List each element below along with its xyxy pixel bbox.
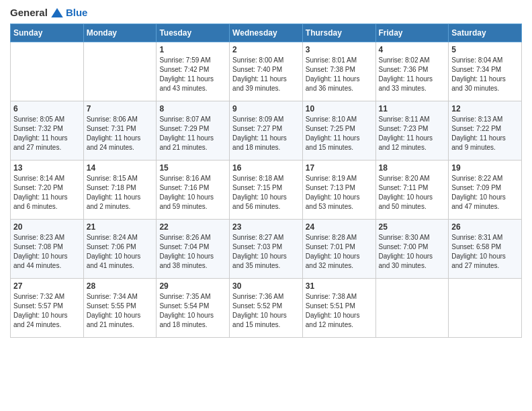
- daylight-text: Daylight: 10 hours and 59 minutes.: [159, 193, 226, 212]
- calendar-cell: 22Sunrise: 8:26 AMSunset: 7:04 PMDayligh…: [157, 220, 230, 279]
- day-info: Sunrise: 7:36 AMSunset: 5:52 PMDaylight:…: [232, 292, 300, 330]
- sunset-text: Sunset: 7:32 PM: [13, 124, 81, 134]
- day-info: Sunrise: 8:14 AMSunset: 7:20 PMDaylight:…: [13, 174, 81, 212]
- day-info: Sunrise: 8:09 AMSunset: 7:27 PMDaylight:…: [232, 115, 300, 152]
- daylight-text: Daylight: 10 hours and 32 minutes.: [306, 252, 373, 271]
- sunset-text: Sunset: 7:03 PM: [232, 242, 300, 252]
- sunrise-text: Sunrise: 8:16 AM: [159, 174, 226, 183]
- sunrise-text: Sunrise: 8:28 AM: [306, 233, 373, 242]
- calendar-week-2: 6Sunrise: 8:05 AMSunset: 7:32 PMDaylight…: [11, 101, 522, 161]
- sunset-text: Sunset: 7:15 PM: [232, 183, 300, 193]
- day-info: Sunrise: 8:20 AMSunset: 7:11 PMDaylight:…: [379, 174, 446, 212]
- day-number: 13: [13, 163, 81, 173]
- weekday-header-wednesday: Wednesday: [230, 24, 303, 42]
- day-info: Sunrise: 8:26 AMSunset: 7:04 PMDaylight:…: [159, 233, 226, 271]
- sunrise-text: Sunrise: 8:00 AM: [232, 56, 300, 65]
- day-number: 23: [232, 222, 300, 232]
- sunrise-text: Sunrise: 8:05 AM: [13, 115, 81, 124]
- calendar-cell: [83, 42, 157, 101]
- daylight-text: Daylight: 10 hours and 21 minutes.: [87, 311, 154, 330]
- day-number: 12: [451, 104, 519, 113]
- daylight-text: Daylight: 11 hours and 36 minutes.: [306, 75, 373, 93]
- sunrise-text: Sunrise: 7:34 AM: [87, 292, 154, 302]
- sunrise-text: Sunrise: 8:20 AM: [379, 174, 446, 183]
- daylight-text: Daylight: 11 hours and 6 minutes.: [13, 193, 81, 212]
- sunrise-text: Sunrise: 8:24 AM: [87, 233, 154, 242]
- weekday-header-monday: Monday: [83, 24, 157, 42]
- daylight-text: Daylight: 10 hours and 18 minutes.: [159, 311, 226, 330]
- sunset-text: Sunset: 7:29 PM: [159, 124, 226, 134]
- day-number: 18: [379, 163, 446, 173]
- day-info: Sunrise: 8:00 AMSunset: 7:40 PMDaylight:…: [232, 56, 300, 93]
- sunset-text: Sunset: 7:40 PM: [232, 65, 300, 75]
- sunset-text: Sunset: 7:18 PM: [87, 183, 154, 193]
- sunrise-text: Sunrise: 8:30 AM: [379, 233, 446, 242]
- day-info: Sunrise: 7:32 AMSunset: 5:57 PMDaylight:…: [13, 292, 81, 330]
- daylight-text: Daylight: 11 hours and 24 minutes.: [87, 134, 154, 152]
- calendar-cell: 20Sunrise: 8:23 AMSunset: 7:08 PMDayligh…: [11, 220, 84, 279]
- calendar-cell: 14Sunrise: 8:15 AMSunset: 7:18 PMDayligh…: [83, 161, 157, 220]
- day-info: Sunrise: 8:06 AMSunset: 7:31 PMDaylight:…: [87, 115, 154, 152]
- daylight-text: Daylight: 10 hours and 12 minutes.: [306, 311, 373, 330]
- sunset-text: Sunset: 7:42 PM: [159, 65, 226, 75]
- sunset-text: Sunset: 7:09 PM: [451, 183, 519, 193]
- day-number: 3: [306, 45, 373, 54]
- sunset-text: Sunset: 7:08 PM: [13, 242, 81, 252]
- sunrise-text: Sunrise: 8:06 AM: [87, 115, 154, 124]
- calendar-cell: 5Sunrise: 8:04 AMSunset: 7:34 PMDaylight…: [449, 42, 522, 101]
- sunrise-text: Sunrise: 7:38 AM: [306, 292, 373, 302]
- day-info: Sunrise: 8:07 AMSunset: 7:29 PMDaylight:…: [159, 115, 226, 152]
- day-number: 24: [306, 222, 373, 232]
- sunrise-text: Sunrise: 8:09 AM: [232, 115, 300, 124]
- sunrise-text: Sunrise: 8:04 AM: [451, 56, 519, 65]
- day-info: Sunrise: 8:19 AMSunset: 7:13 PMDaylight:…: [306, 174, 373, 212]
- calendar-week-3: 13Sunrise: 8:14 AMSunset: 7:20 PMDayligh…: [11, 161, 522, 220]
- day-info: Sunrise: 7:59 AMSunset: 7:42 PMDaylight:…: [159, 56, 226, 93]
- sunset-text: Sunset: 7:06 PM: [87, 242, 154, 252]
- sunset-text: Sunset: 7:36 PM: [379, 65, 446, 75]
- daylight-text: Daylight: 11 hours and 2 minutes.: [87, 193, 154, 212]
- daylight-text: Daylight: 11 hours and 15 minutes.: [306, 134, 373, 152]
- calendar-cell: [11, 42, 84, 101]
- sunset-text: Sunset: 7:25 PM: [306, 124, 373, 134]
- day-info: Sunrise: 8:23 AMSunset: 7:08 PMDaylight:…: [13, 233, 81, 271]
- day-number: 31: [306, 281, 373, 291]
- calendar-cell: 7Sunrise: 8:06 AMSunset: 7:31 PMDaylight…: [83, 101, 157, 161]
- daylight-text: Daylight: 10 hours and 15 minutes.: [232, 311, 300, 330]
- daylight-text: Daylight: 11 hours and 18 minutes.: [232, 134, 300, 152]
- day-number: 10: [306, 104, 373, 113]
- day-number: 6: [13, 104, 81, 113]
- sunset-text: Sunset: 7:23 PM: [379, 124, 446, 134]
- weekday-header-thursday: Thursday: [302, 24, 375, 42]
- sunset-text: Sunset: 6:58 PM: [451, 242, 519, 252]
- sunrise-text: Sunrise: 8:01 AM: [306, 56, 373, 65]
- sunrise-text: Sunrise: 8:26 AM: [159, 233, 226, 242]
- sunrise-text: Sunrise: 8:11 AM: [379, 115, 446, 124]
- daylight-text: Daylight: 10 hours and 41 minutes.: [87, 252, 154, 271]
- day-info: Sunrise: 8:27 AMSunset: 7:03 PMDaylight:…: [232, 233, 300, 271]
- sunset-text: Sunset: 7:38 PM: [306, 65, 373, 75]
- sunrise-text: Sunrise: 8:10 AM: [306, 115, 373, 124]
- day-info: Sunrise: 8:15 AMSunset: 7:18 PMDaylight:…: [87, 174, 154, 212]
- sunset-text: Sunset: 5:51 PM: [306, 302, 373, 311]
- day-number: 15: [159, 163, 226, 173]
- sunrise-text: Sunrise: 8:15 AM: [87, 174, 154, 183]
- day-number: 1: [159, 45, 226, 54]
- calendar-cell: 19Sunrise: 8:22 AMSunset: 7:09 PMDayligh…: [449, 161, 522, 220]
- day-number: 11: [379, 104, 446, 113]
- daylight-text: Daylight: 11 hours and 39 minutes.: [232, 75, 300, 93]
- calendar-cell: 9Sunrise: 8:09 AMSunset: 7:27 PMDaylight…: [230, 101, 303, 161]
- daylight-text: Daylight: 10 hours and 47 minutes.: [451, 193, 519, 212]
- day-number: 14: [87, 163, 154, 173]
- day-number: 26: [451, 222, 519, 232]
- daylight-text: Daylight: 11 hours and 43 minutes.: [159, 75, 226, 93]
- logo-text-general: General: [10, 7, 48, 18]
- day-info: Sunrise: 8:11 AMSunset: 7:23 PMDaylight:…: [379, 115, 446, 152]
- calendar-cell: 21Sunrise: 8:24 AMSunset: 7:06 PMDayligh…: [83, 220, 157, 279]
- day-number: 28: [87, 281, 154, 291]
- sunset-text: Sunset: 7:04 PM: [159, 242, 226, 252]
- sunset-text: Sunset: 7:20 PM: [13, 183, 81, 193]
- calendar-week-5: 27Sunrise: 7:32 AMSunset: 5:57 PMDayligh…: [11, 279, 522, 338]
- day-info: Sunrise: 8:02 AMSunset: 7:36 PMDaylight:…: [379, 56, 446, 93]
- calendar-cell: 13Sunrise: 8:14 AMSunset: 7:20 PMDayligh…: [11, 161, 84, 220]
